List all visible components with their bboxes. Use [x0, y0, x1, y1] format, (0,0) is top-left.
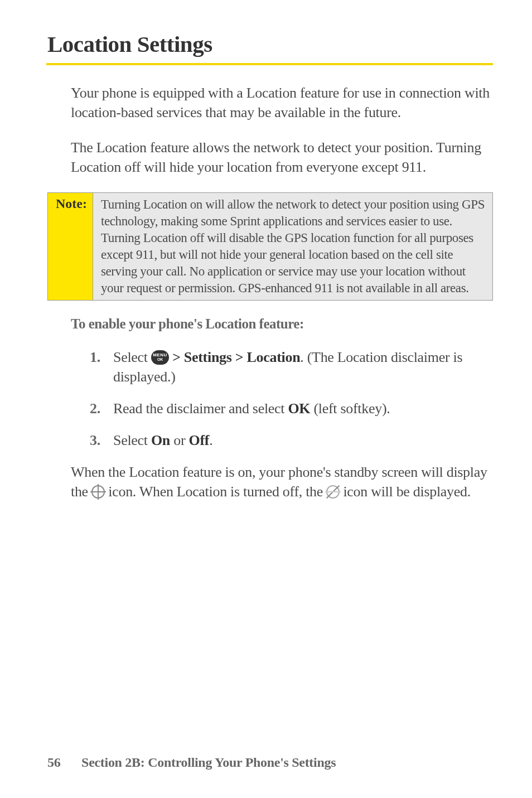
note-label: Note: [56, 196, 87, 211]
text-fragment: icon. When Location is turned off, the [105, 483, 326, 500]
step-text: Read the disclaimer and select OK (left … [113, 399, 493, 418]
bold-text: OK [288, 400, 310, 417]
note-box: Note: Turning Location on will allow the… [47, 192, 493, 300]
text-fragment: Read the disclaimer and select [113, 400, 288, 417]
step-3: 3. Select On or Off. [90, 431, 493, 450]
title-underline [46, 63, 493, 65]
step-2: 2. Read the disclaimer and select OK (le… [90, 399, 493, 418]
location-off-icon [326, 485, 340, 499]
text-fragment: or [170, 432, 188, 448]
note-content-container: Turning Location on will allow the netwo… [93, 193, 492, 299]
closing-paragraph: When the Location feature is on, your ph… [71, 462, 493, 501]
bold-text: On [151, 432, 170, 448]
step-text: Select MENUOK > Settings > Location. (Th… [113, 347, 493, 386]
step-1: 1. Select MENUOK > Settings > Location. … [90, 347, 493, 386]
text-fragment: . [209, 432, 212, 448]
icon-text-bot: OK [157, 357, 163, 361]
text-fragment: Select [113, 349, 151, 365]
page-footer: 56 Section 2B: Controlling Your Phone's … [47, 755, 336, 770]
text-fragment: (left softkey). [310, 400, 390, 417]
intro-paragraph-2: The Location feature allows the network … [71, 138, 493, 177]
text-fragment: icon will be displayed. [340, 483, 471, 500]
subheading: To enable your phone's Location feature: [71, 316, 493, 332]
step-number: 3. [90, 431, 113, 450]
section-label: Section 2B: Controlling Your Phone's Set… [81, 755, 336, 770]
steps-list: 1. Select MENUOK > Settings > Location. … [71, 347, 493, 450]
step-number: 1. [90, 347, 113, 386]
text-fragment: Select [113, 432, 151, 448]
menu-ok-icon: MENUOK [151, 350, 169, 365]
bold-path: > Settings > Location [169, 349, 300, 365]
intro-paragraph-1: Your phone is equipped with a Location f… [71, 83, 493, 122]
note-content: Turning Location on will allow the netwo… [101, 196, 487, 296]
location-on-icon [91, 485, 105, 499]
page-number: 56 [47, 755, 60, 770]
step-text: Select On or Off. [113, 431, 493, 450]
note-label-container: Note: [48, 193, 93, 299]
icon-text-top: MENU [153, 353, 167, 357]
main-content: Your phone is equipped with a Location f… [47, 83, 493, 501]
page-title: Location Settings [47, 31, 493, 57]
step-number: 2. [90, 399, 113, 418]
bold-text: Off [189, 432, 210, 448]
